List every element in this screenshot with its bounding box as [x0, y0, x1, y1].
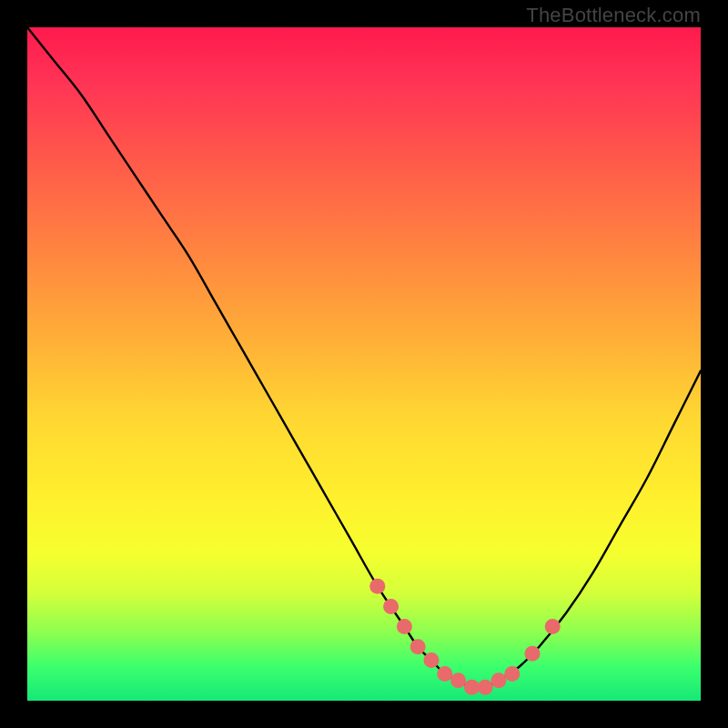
marker-dot — [397, 619, 412, 634]
plot-area — [27, 27, 701, 701]
marker-dot — [437, 666, 452, 682]
highlight-markers — [369, 579, 560, 695]
curve-svg — [27, 27, 701, 701]
marker-dot — [525, 646, 541, 662]
chart-frame: TheBottleneck.com — [0, 0, 728, 728]
marker-dot — [478, 680, 493, 695]
marker-dot — [450, 672, 466, 688]
marker-dot — [410, 639, 426, 654]
marker-dot — [424, 652, 440, 668]
bottleneck-curve — [27, 27, 701, 688]
marker-dot — [545, 619, 561, 634]
marker-dot — [491, 672, 507, 688]
marker-dot — [504, 666, 520, 682]
marker-dot — [369, 579, 385, 594]
watermark-text: TheBottleneck.com — [526, 4, 701, 27]
marker-dot — [383, 599, 399, 614]
marker-dot — [464, 680, 480, 695]
